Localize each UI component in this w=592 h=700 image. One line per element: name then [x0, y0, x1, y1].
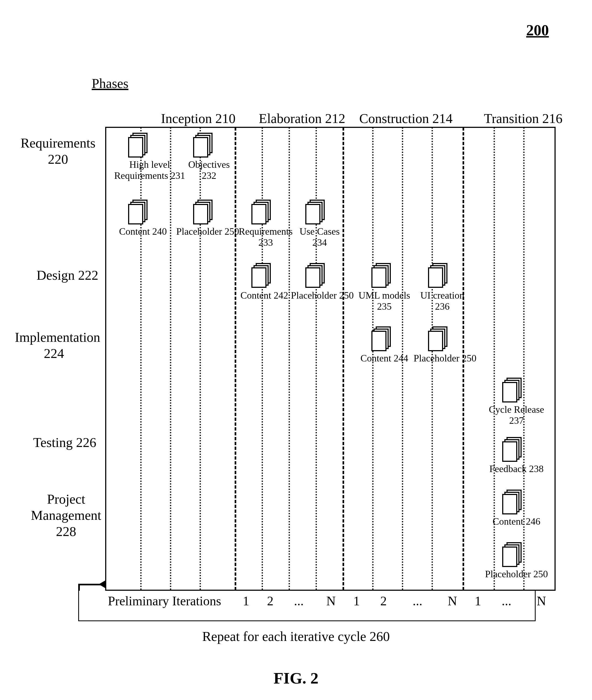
artifact-content-244-icon: [372, 331, 391, 355]
artifact-label-requirements-233: Requirements233: [235, 226, 297, 248]
figure-caption: FIG. 2: [0, 669, 592, 688]
artifact-label-ui-creation: UI creation236: [417, 290, 468, 312]
repeat-loop-left-stub: [78, 584, 105, 585]
row-label-testing: Testing 226: [26, 434, 104, 450]
iter-line-elaboration-2: [315, 127, 317, 590]
row-label-requirements: Requirements220: [19, 135, 97, 167]
artifact-content-242-icon: [251, 267, 271, 292]
artifact-label-placeholder-250-d: Placeholder 250: [482, 569, 551, 580]
row-label-design: Design 222: [28, 267, 106, 283]
phases-heading: Phases: [92, 76, 129, 91]
row-label-implementation: Implementation224: [15, 329, 93, 361]
artifact-placeholder-250-b-icon: [305, 267, 325, 292]
artifact-objectives-icon: [193, 137, 212, 162]
repeat-loop-left-rise: [78, 584, 80, 591]
artifact-label-uml-models: UML models235: [355, 290, 414, 312]
artifact-placeholder-250-a-icon: [193, 204, 212, 229]
iter-line-inception-0: [140, 127, 142, 590]
col-sep-elaboration: [343, 127, 344, 590]
artifact-use-cases-icon: [305, 204, 325, 229]
artifact-high-level-req-icon: [128, 137, 148, 162]
artifact-label-placeholder-250-a: Placeholder 250: [172, 226, 243, 237]
col-head-elaboration: Elaboration 212: [253, 111, 351, 126]
artifact-content-246-icon: [502, 494, 522, 519]
artifact-uml-models-icon: [372, 267, 391, 292]
iter-line-elaboration-1: [289, 127, 290, 590]
repeat-loop-line: [78, 591, 536, 621]
artifact-label-objectives: Objectives232: [186, 159, 232, 182]
row-label-project-mgmt: ProjectManagement228: [27, 491, 105, 540]
col-sep-inception: [235, 127, 236, 590]
iter-line-inception-2: [200, 127, 201, 590]
artifact-label-cycle-release: Cycle Release237: [484, 404, 549, 427]
artifact-requirements-233-icon: [251, 204, 271, 229]
artifact-label-high-level-req: High levelRequirements 231: [112, 159, 188, 182]
artifact-label-use-cases: Use Cases234: [295, 226, 344, 248]
artifact-label-content-242: Content 242: [235, 290, 294, 301]
col-head-inception: Inception 210: [150, 111, 247, 126]
artifact-cycle-release-icon: [502, 382, 522, 407]
artifact-label-content-240: Content 240: [113, 226, 172, 237]
artifact-label-placeholder-250-c: Placeholder 250: [410, 353, 480, 364]
artifact-label-placeholder-250-b: Placeholder 250: [287, 290, 357, 301]
iter-line-elaboration-0: [262, 127, 263, 590]
artifact-placeholder-250-d-icon: [502, 547, 522, 571]
figure-number: 200: [526, 21, 549, 39]
artifact-content-240-icon: [128, 204, 148, 229]
iter-line-inception-1: [170, 127, 171, 590]
artifact-ui-creation-icon: [428, 267, 447, 292]
col-head-construction: Construction 214: [357, 111, 454, 126]
artifact-label-feedback: Feedback 238: [484, 463, 549, 474]
artifact-label-content-244: Content 244: [355, 353, 414, 364]
artifact-feedback-icon: [502, 441, 522, 466]
artifact-label-content-246: Content 246: [486, 516, 547, 527]
repeat-caption: Repeat for each iterative cycle 260: [0, 629, 592, 644]
col-head-transition: Transition 216: [475, 111, 572, 126]
artifact-placeholder-250-c-icon: [428, 331, 447, 355]
iter-label-transition-2: N: [537, 593, 546, 608]
